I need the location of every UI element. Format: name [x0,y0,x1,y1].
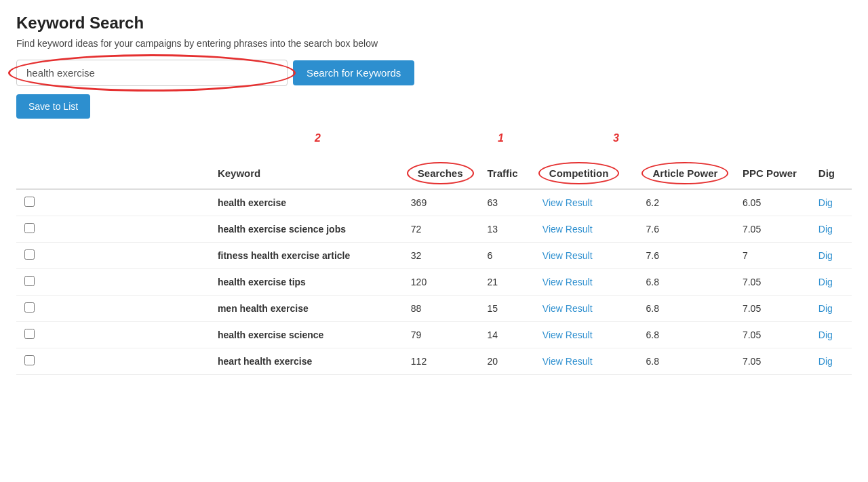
row-checkbox[interactable] [24,197,35,207]
article-power-cell: 7.6 [637,216,734,243]
traffic-cell: 21 [479,269,534,296]
keyword-cell: fitness health exercise article [210,243,403,269]
dig-link[interactable]: Dig [818,356,833,367]
article-power-cell: 6.2 [637,189,734,216]
row-checkbox[interactable] [24,355,35,365]
th-traffic: Traffic [479,158,534,189]
table-row: health exercise science7914View Result6.… [16,322,852,348]
th-keyword: Keyword [210,158,403,189]
dig-cell[interactable]: Dig [810,296,852,322]
competition-header-circled: Competition [542,165,616,182]
row-checkbox[interactable] [24,223,35,233]
search-row: Search for Keywords [16,60,852,86]
dig-cell[interactable]: Dig [810,348,852,375]
traffic-cell: 15 [479,296,534,322]
ppc-power-cell: 7.05 [734,322,810,348]
checkbox-cell [16,216,210,243]
view-result-link[interactable]: View Result [542,197,593,208]
keyword-cell: men health exercise [210,296,403,322]
ppc-power-cell: 7.05 [734,296,810,322]
view-result-link[interactable]: View Result [542,277,593,287]
competition-cell[interactable]: View Result [534,216,638,243]
competition-cell[interactable]: View Result [534,189,638,216]
table-row: heart health exercise11220View Result6.8… [16,348,852,375]
search-keywords-button[interactable]: Search for Keywords [293,60,414,85]
row-checkbox[interactable] [24,249,35,260]
ppc-power-cell: 7 [734,243,810,269]
traffic-cell: 13 [479,216,534,243]
article-power-cell: 6.8 [637,348,734,375]
table-row: fitness health exercise article326View R… [16,243,852,269]
ppc-power-cell: 6.05 [734,189,810,216]
searches-header-circled: Searches [411,165,470,182]
competition-cell[interactable]: View Result [534,296,638,322]
table-row: health exercise tips12021View Result6.87… [16,269,852,296]
searches-cell: 32 [403,243,479,269]
table-row: health exercise36963View Result6.26.05Di… [16,189,852,216]
keyword-cell: health exercise science jobs [210,216,403,243]
dig-link[interactable]: Dig [818,197,833,208]
ppc-power-cell: 7.05 [734,348,810,375]
traffic-cell: 14 [479,322,534,348]
keyword-cell: health exercise tips [210,269,403,296]
dig-link[interactable]: Dig [818,250,833,261]
searches-cell: 112 [403,348,479,375]
searches-cell: 79 [403,322,479,348]
table-row: health exercise science jobs7213View Res… [16,216,852,243]
traffic-cell: 20 [479,348,534,375]
traffic-cell: 63 [479,189,534,216]
checkbox-cell [16,269,210,296]
article-power-cell: 6.8 [637,322,734,348]
checkbox-cell [16,322,210,348]
dig-cell[interactable]: Dig [810,216,852,243]
view-result-link[interactable]: View Result [542,329,593,340]
competition-cell[interactable]: View Result [534,243,638,269]
th-competition: Competition [534,158,638,189]
traffic-cell: 6 [479,243,534,269]
table-row: men health exercise8815View Result6.87.0… [16,296,852,322]
th-article-power: Article Power [637,158,734,189]
page-title: Keyword Search [16,14,852,33]
annotation-1: 1 [498,132,504,144]
row-checkbox[interactable] [24,302,35,313]
row-checkbox[interactable] [24,276,35,286]
dig-cell[interactable]: Dig [810,243,852,269]
searches-cell: 120 [403,269,479,296]
competition-cell[interactable]: View Result [534,348,638,375]
view-result-link[interactable]: View Result [542,224,593,235]
annotation-2: 2 [315,132,321,144]
keyword-cell: heart health exercise [210,348,403,375]
dig-cell[interactable]: Dig [810,189,852,216]
table-header-row: Keyword Searches Traffic Competition Art… [16,158,852,189]
dig-cell[interactable]: Dig [810,322,852,348]
search-input[interactable] [16,60,288,86]
row-checkbox[interactable] [24,329,35,339]
dig-link[interactable]: Dig [818,224,833,235]
dig-link[interactable]: Dig [818,277,833,287]
dig-link[interactable]: Dig [818,329,833,340]
view-result-link[interactable]: View Result [542,250,593,261]
annotation-3: 3 [613,132,619,144]
view-result-link[interactable]: View Result [542,356,593,367]
keyword-cell: health exercise science [210,322,403,348]
page-subtitle: Find keyword ideas for your campaigns by… [16,38,852,49]
dig-link[interactable]: Dig [818,303,833,314]
ppc-power-cell: 7.05 [734,269,810,296]
keyword-table: Keyword Searches Traffic Competition Art… [16,158,852,375]
th-dig: Dig [810,158,852,189]
competition-cell[interactable]: View Result [534,322,638,348]
searches-cell: 72 [403,216,479,243]
table-body: health exercise36963View Result6.26.05Di… [16,189,852,375]
keyword-cell: health exercise [210,189,403,216]
th-ppc-power: PPC Power [734,158,810,189]
competition-cell[interactable]: View Result [534,269,638,296]
view-result-link[interactable]: View Result [542,303,593,314]
article-power-header-circled: Article Power [646,165,724,182]
th-searches: Searches [403,158,479,189]
searches-cell: 88 [403,296,479,322]
dig-cell[interactable]: Dig [810,269,852,296]
search-input-wrap [16,60,288,86]
save-to-list-button[interactable]: Save to List [16,94,90,119]
ppc-power-cell: 7.05 [734,216,810,243]
th-checkbox [16,158,210,189]
